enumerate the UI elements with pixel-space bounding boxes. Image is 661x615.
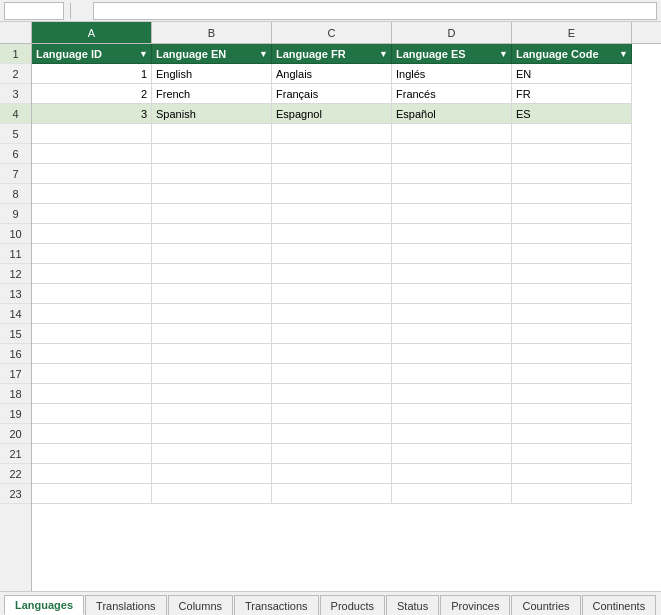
cell-2-cell-e[interactable]: EN xyxy=(512,64,632,84)
cell-5-cell-e[interactable] xyxy=(512,124,632,144)
cell-6-cell-e[interactable] xyxy=(512,144,632,164)
formula-input[interactable] xyxy=(93,2,657,20)
cell-22-cell-c[interactable] xyxy=(272,464,392,484)
cell-8-cell-d[interactable] xyxy=(392,184,512,204)
filter-icon-C[interactable]: ▼ xyxy=(379,49,388,59)
row-num-8[interactable]: 8 xyxy=(0,184,31,204)
cell-15-cell-e[interactable] xyxy=(512,324,632,344)
filter-icon-A[interactable]: ▼ xyxy=(139,49,148,59)
row-num-19[interactable]: 19 xyxy=(0,404,31,424)
row-num-13[interactable]: 13 xyxy=(0,284,31,304)
cell-22-cell-b[interactable] xyxy=(152,464,272,484)
cell-17-cell-c[interactable] xyxy=(272,364,392,384)
cell-5-cell-c[interactable] xyxy=(272,124,392,144)
row-num-3[interactable]: 3 xyxy=(0,84,31,104)
row-num-20[interactable]: 20 xyxy=(0,424,31,444)
cell-10-cell-e[interactable] xyxy=(512,224,632,244)
cell-23-cell-d[interactable] xyxy=(392,484,512,504)
col-header-C[interactable]: C xyxy=(272,22,392,43)
cell-12-cell-e[interactable] xyxy=(512,264,632,284)
cell-6-cell-c[interactable] xyxy=(272,144,392,164)
cell-17-cell-e[interactable] xyxy=(512,364,632,384)
cell-20-cell-d[interactable] xyxy=(392,424,512,444)
cell-3-cell-c[interactable]: Français xyxy=(272,84,392,104)
cell-16-cell-e[interactable] xyxy=(512,344,632,364)
cell-7-cell-e[interactable] xyxy=(512,164,632,184)
cell-10-cell-d[interactable] xyxy=(392,224,512,244)
cell-7-cell-b[interactable] xyxy=(152,164,272,184)
sheet-tab-status[interactable]: Status xyxy=(386,595,439,615)
cell-8-cell-a[interactable] xyxy=(32,184,152,204)
cell-9-cell-d[interactable] xyxy=(392,204,512,224)
col-header-B[interactable]: B xyxy=(152,22,272,43)
cell-19-cell-a[interactable] xyxy=(32,404,152,424)
cell-20-cell-c[interactable] xyxy=(272,424,392,444)
cell-14-cell-b[interactable] xyxy=(152,304,272,324)
cell-9-cell-e[interactable] xyxy=(512,204,632,224)
cell-22-cell-e[interactable] xyxy=(512,464,632,484)
cell-22-cell-d[interactable] xyxy=(392,464,512,484)
cell-20-cell-e[interactable] xyxy=(512,424,632,444)
cell-13-cell-e[interactable] xyxy=(512,284,632,304)
cell-23-cell-c[interactable] xyxy=(272,484,392,504)
header-cell-B[interactable]: Language EN▼ xyxy=(152,44,272,64)
filter-icon-D[interactable]: ▼ xyxy=(499,49,508,59)
cell-19-cell-b[interactable] xyxy=(152,404,272,424)
cell-11-cell-a[interactable] xyxy=(32,244,152,264)
cell-15-cell-c[interactable] xyxy=(272,324,392,344)
cell-4-cell-a[interactable]: 3 xyxy=(32,104,152,124)
row-num-11[interactable]: 11 xyxy=(0,244,31,264)
row-num-17[interactable]: 17 xyxy=(0,364,31,384)
col-header-A[interactable]: A xyxy=(32,22,152,43)
cell-20-cell-b[interactable] xyxy=(152,424,272,444)
cell-21-cell-b[interactable] xyxy=(152,444,272,464)
cell-4-cell-b[interactable]: Spanish xyxy=(152,104,272,124)
cell-16-cell-b[interactable] xyxy=(152,344,272,364)
cell-11-cell-e[interactable] xyxy=(512,244,632,264)
row-num-1[interactable]: 1 xyxy=(0,44,31,64)
cell-21-cell-d[interactable] xyxy=(392,444,512,464)
cell-18-cell-a[interactable] xyxy=(32,384,152,404)
cell-3-cell-a[interactable]: 2 xyxy=(32,84,152,104)
row-num-2[interactable]: 2 xyxy=(0,64,31,84)
cell-12-cell-a[interactable] xyxy=(32,264,152,284)
cell-3-cell-e[interactable]: FR xyxy=(512,84,632,104)
cell-2-cell-c[interactable]: Anglais xyxy=(272,64,392,84)
cell-17-cell-a[interactable] xyxy=(32,364,152,384)
cell-4-cell-d[interactable]: Español xyxy=(392,104,512,124)
col-header-E[interactable]: E xyxy=(512,22,632,43)
sheet-tab-transactions[interactable]: Transactions xyxy=(234,595,319,615)
cell-13-cell-b[interactable] xyxy=(152,284,272,304)
cell-9-cell-a[interactable] xyxy=(32,204,152,224)
cell-7-cell-c[interactable] xyxy=(272,164,392,184)
sheet-tab-provinces[interactable]: Provinces xyxy=(440,595,510,615)
cell-15-cell-b[interactable] xyxy=(152,324,272,344)
cell-10-cell-a[interactable] xyxy=(32,224,152,244)
sheet-tab-continents[interactable]: Continents xyxy=(582,595,657,615)
cell-2-cell-b[interactable]: English xyxy=(152,64,272,84)
cell-6-cell-a[interactable] xyxy=(32,144,152,164)
header-cell-D[interactable]: Language ES▼ xyxy=(392,44,512,64)
cell-21-cell-c[interactable] xyxy=(272,444,392,464)
row-num-6[interactable]: 6 xyxy=(0,144,31,164)
sheet-tab-translations[interactable]: Translations xyxy=(85,595,167,615)
cell-23-cell-a[interactable] xyxy=(32,484,152,504)
cell-21-cell-a[interactable] xyxy=(32,444,152,464)
cell-11-cell-c[interactable] xyxy=(272,244,392,264)
cell-3-cell-d[interactable]: Francés xyxy=(392,84,512,104)
cell-12-cell-c[interactable] xyxy=(272,264,392,284)
cell-15-cell-d[interactable] xyxy=(392,324,512,344)
cell-16-cell-a[interactable] xyxy=(32,344,152,364)
sheet-tab-countries[interactable]: Countries xyxy=(511,595,580,615)
cell-17-cell-d[interactable] xyxy=(392,364,512,384)
cell-2-cell-a[interactable]: 1 xyxy=(32,64,152,84)
cell-13-cell-a[interactable] xyxy=(32,284,152,304)
cell-8-cell-e[interactable] xyxy=(512,184,632,204)
row-num-4[interactable]: 4 xyxy=(0,104,31,124)
filter-icon-B[interactable]: ▼ xyxy=(259,49,268,59)
sheet-tab-columns[interactable]: Columns xyxy=(168,595,233,615)
row-num-12[interactable]: 12 xyxy=(0,264,31,284)
cell-18-cell-c[interactable] xyxy=(272,384,392,404)
cell-16-cell-d[interactable] xyxy=(392,344,512,364)
cell-10-cell-b[interactable] xyxy=(152,224,272,244)
